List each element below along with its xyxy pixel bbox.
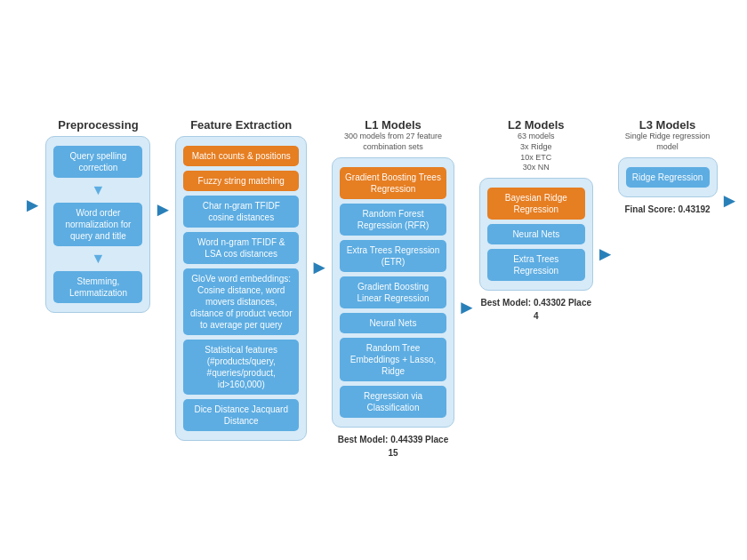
feat-item-7: Dice Distance Jacquard Distance xyxy=(183,399,299,431)
feat-item-4: Word n-gram TFIDF & LSA cos distances xyxy=(183,232,299,264)
feature-extraction-title: Feature Extraction xyxy=(190,118,292,132)
l2-subtitle: 63 models 3x Ridge 10x ETC 30x NN xyxy=(508,132,565,173)
l3-models-column: L3 Models Single Ridge regression model … xyxy=(618,118,718,215)
diagram-container: ► Preprocessing Query spelling correctio… xyxy=(0,0,747,560)
l2-item-1: Bayesian Ridge Regression xyxy=(487,188,585,220)
preprocessing-title: Preprocessing xyxy=(58,118,138,132)
l1-item-3: Extra Trees Regression (ETR) xyxy=(340,240,446,272)
feature-extraction-column: Feature Extraction Match counts & positi… xyxy=(175,118,307,441)
l3-subtitle: Single Ridge regression model xyxy=(618,132,718,152)
l1-title: L1 Models xyxy=(332,118,454,132)
preprocess-item-2: Word order normalization for query and t… xyxy=(53,203,142,246)
exit-arrow-icon: ► xyxy=(720,189,740,212)
l1-item-7: Regression via Classification xyxy=(340,386,446,418)
feat-item-1: Match counts & positions xyxy=(183,146,299,166)
l1-item-6: Random Tree Embeddings + Lasso, Ridge xyxy=(340,338,446,381)
l2-item-3: Extra Trees Regression xyxy=(487,249,585,281)
l2-item-2: Neural Nets xyxy=(487,224,585,244)
l1-item-4: Gradient Boosting Linear Regression xyxy=(340,276,446,308)
l1-item-2: Random Forest Regression (RFR) xyxy=(340,204,446,236)
preprocessing-column: Preprocessing Query spelling correction … xyxy=(45,118,150,313)
l1-best-model: Best Model: 0.44339 Place 15 xyxy=(332,433,454,460)
l1-models-column: L1 Models 300 models from 27 feature com… xyxy=(332,118,454,459)
arrow-l2-to-l3-icon: ► xyxy=(596,243,615,266)
arrow-down-1: ▼ xyxy=(53,183,142,197)
arrow-down-2: ▼ xyxy=(53,252,142,266)
feat-item-2: Fuzzy string matching xyxy=(183,171,299,191)
l3-best-model: Final Score: 0.43192 xyxy=(624,203,710,216)
entry-arrow-icon: ► xyxy=(23,194,43,217)
l3-title: L3 Models xyxy=(618,118,718,132)
l2-title: L2 Models xyxy=(508,118,565,132)
feat-item-3: Char n-gram TFIDF cosine distances xyxy=(183,196,299,228)
l3-item-1: Ridge Regression xyxy=(626,167,710,188)
l1-subtitle: 300 models from 27 feature combination s… xyxy=(332,132,454,152)
arrow-pre-to-feat-icon: ► xyxy=(153,198,173,221)
l1-item-5: Neural Nets xyxy=(340,313,446,333)
preprocess-item-3: Stemming, Lemmatization xyxy=(53,271,142,303)
arrow-l1-to-l2-icon: ► xyxy=(457,296,477,319)
feat-item-5: GloVe word embeddings: Cosine distance, … xyxy=(183,268,299,335)
preprocess-item-1: Query spelling correction xyxy=(53,146,142,178)
l2-models-column: L2 Models 63 models 3x Ridge 10x ETC 30x… xyxy=(479,118,593,323)
feat-item-6: Statistical features (#products/query, #… xyxy=(183,340,299,395)
l1-item-1: Gradient Boosting Trees Regression xyxy=(340,167,446,199)
l2-best-model: Best Model: 0.43302 Place 4 xyxy=(479,296,593,323)
arrow-feat-to-l1-icon: ► xyxy=(309,256,329,279)
